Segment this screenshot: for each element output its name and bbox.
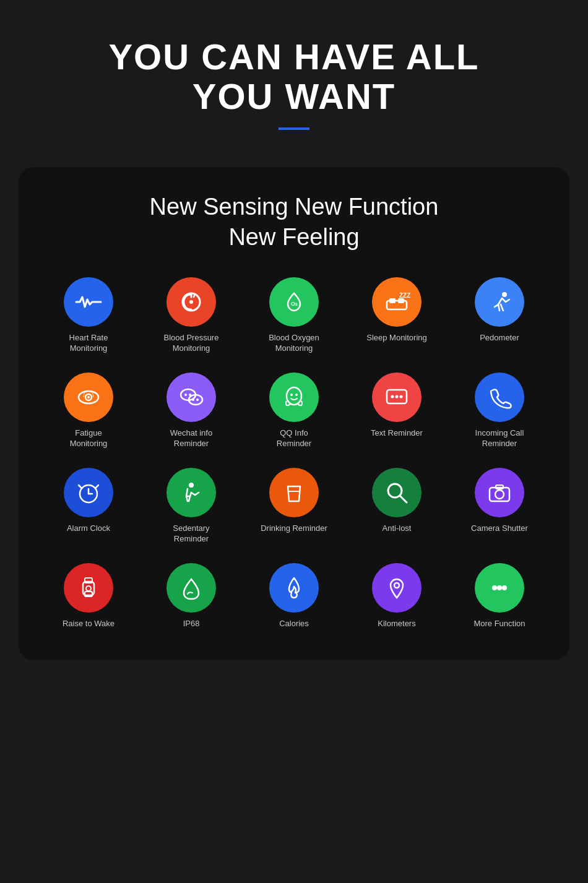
- svg-point-17: [192, 398, 194, 401]
- antilost-label: Anti-lost: [383, 523, 412, 534]
- svg-point-23: [391, 395, 394, 398]
- feature-item-antilost: Anti-lost: [345, 468, 448, 545]
- blue-divider: [279, 127, 309, 130]
- svg-point-16: [189, 394, 191, 396]
- svg-text:O₂: O₂: [291, 301, 298, 307]
- feature-item-drinking: Drinking Reminder: [243, 468, 345, 545]
- blood-oxygen-icon: O₂: [269, 277, 319, 327]
- svg-point-25: [400, 395, 403, 398]
- feature-item-ip68: IP68: [140, 563, 243, 629]
- svg-point-43: [502, 585, 507, 590]
- wechat-icon: [166, 373, 216, 422]
- svg-point-39: [86, 586, 91, 591]
- svg-point-21: [295, 394, 298, 396]
- svg-point-15: [184, 394, 187, 396]
- feature-item-blood-pressure: Blood Pressure Monitoring: [140, 277, 243, 354]
- blood-oxygen-label: Blood Oxygen Monitoring: [269, 333, 319, 354]
- feature-item-wechat: Wechat info Reminder: [140, 373, 243, 449]
- feature-item-more: More Function: [448, 563, 551, 629]
- kilometers-icon: [372, 563, 422, 613]
- svg-line-32: [400, 496, 407, 502]
- sedentary-label: Sedentary Reminder: [173, 523, 209, 545]
- qq-label: QQ Info Reminder: [277, 428, 311, 449]
- alarm-icon: [64, 468, 113, 517]
- sedentary-icon: [166, 468, 216, 517]
- camera-label: Camera Shutter: [471, 523, 528, 534]
- feature-item-fatigue: Fatigue Monitoring: [37, 373, 140, 449]
- fatigue-icon: [64, 373, 113, 422]
- blood-pressure-icon: [166, 277, 216, 327]
- calories-label: Calories: [279, 619, 309, 629]
- svg-point-34: [495, 490, 504, 499]
- call-icon: [475, 373, 524, 422]
- fatigue-label: Fatigue Monitoring: [70, 428, 108, 449]
- alarm-label: Alarm Clock: [67, 523, 110, 534]
- svg-point-40: [394, 583, 399, 588]
- svg-point-24: [396, 395, 399, 398]
- camera-icon: [475, 468, 524, 517]
- svg-point-29: [189, 483, 194, 488]
- feature-item-kilometers: Kilometers: [345, 563, 448, 629]
- text-label: Text Reminder: [371, 428, 423, 439]
- ip68-label: IP68: [183, 619, 200, 629]
- antilost-icon: [372, 468, 422, 517]
- feature-item-calories: Calories: [243, 563, 345, 629]
- raise-label: Raise to Wake: [63, 619, 115, 629]
- more-icon: [475, 563, 524, 613]
- features-card: New Sensing New Function New Feeling Hea…: [19, 167, 569, 660]
- text-icon: [372, 373, 422, 422]
- svg-point-9: [502, 292, 507, 297]
- svg-text:ZZZ: ZZZ: [399, 292, 410, 299]
- feature-item-alarm: Alarm Clock: [37, 468, 140, 545]
- wechat-label: Wechat info Reminder: [170, 428, 212, 449]
- feature-item-call: Incoming Call Reminder: [448, 373, 551, 449]
- svg-point-42: [497, 585, 502, 590]
- svg-point-18: [196, 398, 199, 401]
- blood-pressure-label: Blood Pressure Monitoring: [164, 333, 219, 354]
- feature-item-sleep-monitoring: ZZZ Sleep Monitoring: [345, 277, 448, 354]
- feature-item-pedometer: Pedometer: [448, 277, 551, 354]
- heart-rate-icon: [64, 277, 113, 327]
- more-label: More Function: [473, 619, 525, 629]
- svg-rect-7: [398, 298, 404, 303]
- svg-point-41: [492, 585, 497, 590]
- drinking-icon: [269, 468, 319, 517]
- raise-icon: [64, 563, 113, 613]
- drinking-label: Drinking Reminder: [261, 523, 327, 534]
- feature-item-heart-rate: Heart Rate Monitoring: [37, 277, 140, 354]
- svg-point-12: [87, 396, 90, 398]
- sleep-monitoring-label: Sleep Monitoring: [366, 333, 427, 343]
- feature-item-sedentary: Sedentary Reminder: [140, 468, 243, 545]
- kilometers-label: Kilometers: [378, 619, 415, 629]
- feature-item-raise: Raise to Wake: [37, 563, 140, 629]
- svg-rect-6: [389, 298, 396, 303]
- svg-point-19: [287, 387, 301, 405]
- call-label: Incoming Call Reminder: [475, 428, 524, 449]
- card-title: New Sensing New Function New Feeling: [37, 192, 551, 253]
- pedometer-icon: [475, 277, 524, 327]
- header-section: YOU CAN HAVE ALL YOU WANT: [0, 0, 588, 149]
- svg-point-20: [290, 394, 293, 396]
- feature-item-text: Text Reminder: [345, 373, 448, 449]
- feature-item-camera: Camera Shutter: [448, 468, 551, 545]
- sleep-monitoring-icon: ZZZ: [372, 277, 422, 327]
- features-grid: Heart Rate Monitoring Blood Pressure Mon…: [37, 277, 551, 629]
- svg-point-3: [189, 300, 193, 304]
- main-heading: YOU CAN HAVE ALL YOU WANT: [12, 37, 576, 116]
- feature-item-blood-oxygen: O₂ Blood Oxygen Monitoring: [243, 277, 345, 354]
- ip68-icon: [166, 563, 216, 613]
- calories-icon: [269, 563, 319, 613]
- pedometer-label: Pedometer: [480, 333, 519, 343]
- feature-item-qq: QQ Info Reminder: [243, 373, 345, 449]
- qq-icon: [269, 373, 319, 422]
- heart-rate-label: Heart Rate Monitoring: [69, 333, 108, 354]
